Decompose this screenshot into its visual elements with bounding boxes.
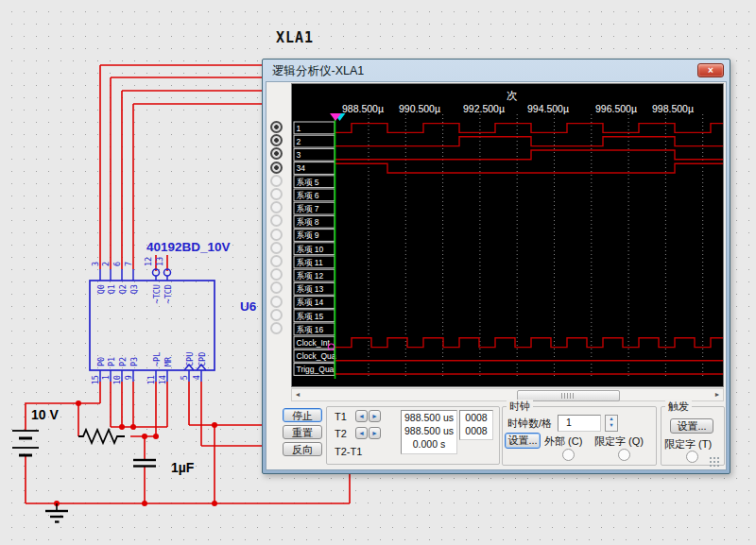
- code-readouts: 0008 0008: [459, 410, 493, 440]
- channel-label: 系项 15: [297, 312, 324, 321]
- capacitor-symbol[interactable]: [133, 460, 156, 467]
- svg-text:15: 15: [91, 375, 100, 384]
- screen-header: 次: [507, 90, 518, 101]
- scroll-left-icon[interactable]: ◄: [292, 389, 303, 400]
- svg-text:13: 13: [155, 257, 164, 266]
- channel-label: 系项 13: [297, 284, 324, 294]
- waveform-trace: [335, 338, 723, 348]
- t2-label: T2: [335, 428, 347, 439]
- svg-text:~TCU: ~TCU: [152, 284, 162, 303]
- time-label: 992.500µ: [463, 103, 505, 114]
- ground-symbol[interactable]: [45, 503, 68, 522]
- chip-u6[interactable]: 3 2 6 7 12 13 15 1 10 9 11 14 5 4 Q0 Q1 …: [90, 257, 215, 385]
- waveform-trace: [335, 150, 723, 160]
- terminal-indicator-12: [270, 268, 283, 281]
- t2-time-value: 988.500 us: [402, 424, 456, 437]
- terminal-indicator-6: [270, 188, 283, 200]
- scroll-right-icon[interactable]: ►: [712, 389, 723, 400]
- external-clock-radio[interactable]: [562, 449, 575, 461]
- capacitor-value-label[interactable]: 1µF: [171, 460, 195, 475]
- battery-value-label[interactable]: 10 V: [31, 407, 59, 422]
- terminal-indicator-11: [270, 255, 283, 267]
- clocks-per-div-spinner[interactable]: ▲▼: [605, 415, 618, 432]
- part-number-label[interactable]: 40192BD_10V: [146, 240, 231, 254]
- channel-label: 系项 8: [297, 217, 319, 227]
- clock-set-button[interactable]: 设置...: [505, 433, 541, 449]
- chip-pin-names: Q0 Q1 Q2 Q3 ~TCU ~TCD P0 P1 P2 P3 ~PL MR…: [96, 284, 207, 366]
- resistor-symbol[interactable]: [78, 430, 125, 443]
- reverse-button[interactable]: 反向: [283, 442, 322, 456]
- qualifier-q-radio[interactable]: [618, 449, 630, 461]
- terminal-indicator-9: [270, 229, 283, 241]
- refdes-label[interactable]: U6: [240, 299, 257, 314]
- waveform-screen: 次988.500µ990.500µ992.500µ994.500µ996.500…: [291, 83, 724, 387]
- svg-text:6: 6: [112, 262, 122, 266]
- spinner-down-icon[interactable]: ▼: [609, 422, 613, 428]
- trigger-set-button[interactable]: 设置...: [670, 418, 713, 434]
- channel-label: Trigg_Qua: [297, 365, 335, 374]
- window-titlebar[interactable]: 逻辑分析仪-XLA1 ×: [263, 60, 730, 81]
- time-readouts: 988.500 us 988.500 us 0.000 s: [401, 410, 457, 454]
- svg-text:10: 10: [112, 375, 122, 384]
- clock-group: 时钟 时钟数/格 1 ▲▼ 设置... 外部 (C) 限定字 (Q): [502, 406, 657, 466]
- channel-label: 3: [297, 150, 301, 160]
- instrument-tag-label[interactable]: XLA1: [276, 29, 314, 46]
- svg-text:5: 5: [180, 375, 189, 380]
- terminal-indicator-2: [270, 134, 283, 146]
- terminal-indicator-3: [270, 147, 283, 160]
- qualifier-t-radio[interactable]: [686, 451, 698, 463]
- resize-grip[interactable]: [709, 456, 720, 468]
- svg-text:CPD: CPD: [198, 352, 207, 366]
- close-icon: ×: [708, 65, 713, 76]
- channel-label: 系项 16: [297, 325, 324, 334]
- t1-left-button[interactable]: ◄: [355, 410, 368, 422]
- t2-left-icon: ◄: [358, 430, 365, 436]
- channel-label: Clock_Qua: [297, 351, 336, 361]
- svg-text:1: 1: [101, 375, 111, 380]
- clocks-per-div-value: 1: [558, 416, 600, 429]
- t2-code-value: 0008: [460, 424, 492, 437]
- svg-text:Q2: Q2: [118, 284, 128, 294]
- wire-vcc: [26, 382, 100, 431]
- channel-label: 2: [297, 137, 301, 146]
- t2t1-label: T2-T1: [335, 446, 362, 457]
- terminal-indicator-16: [270, 322, 283, 334]
- terminal-indicator-4: [270, 162, 283, 174]
- t2-right-icon: ►: [371, 430, 378, 436]
- svg-text:2: 2: [101, 262, 111, 266]
- time-label: 994.500µ: [527, 103, 569, 114]
- window-title: 逻辑分析仪-XLA1: [272, 63, 364, 79]
- channel-label: 系项 14: [297, 298, 324, 307]
- svg-text:MR: MR: [163, 356, 173, 366]
- terminal-indicator-10: [270, 242, 283, 254]
- t1-left-icon: ◄: [358, 413, 365, 419]
- t1-label: T1: [335, 411, 347, 422]
- t1-right-button[interactable]: ►: [369, 410, 381, 422]
- channel-label: 系项 9: [297, 230, 319, 240]
- svg-text:CPU: CPU: [185, 352, 195, 366]
- svg-text:Q1: Q1: [107, 284, 116, 294]
- t1-code-value: 0008: [460, 411, 492, 424]
- close-button[interactable]: ×: [697, 63, 724, 77]
- battery-symbol[interactable]: [12, 431, 39, 455]
- cursor-readout-group: T1 T2 T2-T1 ◄ ► ◄ ► 988.500 us 988.500 u…: [326, 406, 500, 465]
- channel-label: 1: [297, 124, 301, 133]
- wire-cap-top: [130, 436, 145, 459]
- t2-right-button[interactable]: ►: [369, 427, 381, 439]
- svg-text:9: 9: [124, 375, 133, 380]
- channel-label: 系项 11: [297, 258, 323, 267]
- reset-button[interactable]: 重置: [283, 425, 322, 439]
- svg-text:Q0: Q0: [96, 284, 106, 294]
- logic-analyzer-window: 逻辑分析仪-XLA1 × 次988.500µ990.500µ992.500µ99…: [262, 59, 730, 474]
- window-body: 次988.500µ990.500µ992.500µ994.500µ996.500…: [266, 81, 727, 470]
- stop-button[interactable]: 停止: [283, 408, 322, 422]
- channel-label: 系项 7: [297, 204, 319, 213]
- t2-left-button[interactable]: ◄: [355, 427, 368, 439]
- svg-text:12: 12: [144, 257, 153, 266]
- spinner-up-icon[interactable]: ▲: [609, 416, 613, 421]
- svg-text:11: 11: [146, 375, 156, 384]
- channel-label: 系项 12: [297, 271, 324, 281]
- clocks-per-div-field[interactable]: 1: [558, 415, 601, 432]
- svg-text:4: 4: [192, 375, 201, 380]
- terminal-indicator-1: [270, 121, 283, 133]
